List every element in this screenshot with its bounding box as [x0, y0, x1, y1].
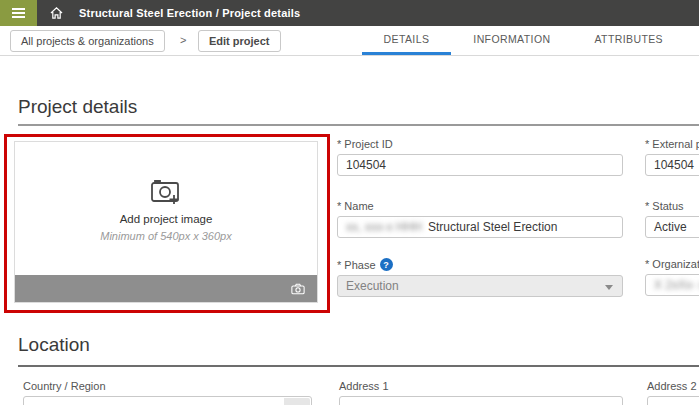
tab-details[interactable]: DETAILS	[362, 26, 452, 55]
all-projects-button[interactable]: All projects & organizations	[10, 30, 165, 52]
country-region-select[interactable]	[23, 396, 312, 405]
select-dropdown-grip	[284, 398, 310, 405]
external-project-id-field: * External proj 104504	[645, 138, 699, 176]
hamburger-menu-button[interactable]	[0, 0, 37, 26]
project-details-heading: Project details	[18, 96, 137, 118]
address2-label: Address 2	[647, 380, 699, 392]
status-label: * Status	[645, 200, 699, 212]
camera-plus-icon	[149, 176, 183, 206]
toolbar: All projects & organizations > Edit proj…	[0, 26, 699, 56]
redacted-name-prefix: xx, xxx-x HHH	[346, 220, 422, 234]
image-minimum-size-hint: Minimum of 540px x 360px	[100, 230, 231, 242]
project-id-input[interactable]: 104504	[337, 154, 623, 176]
address1-input[interactable]	[339, 396, 623, 405]
address2-input[interactable]	[647, 396, 699, 405]
tab-bar: DETAILS INFORMATION ATTRIBUTES	[362, 26, 685, 55]
status-input[interactable]: Active	[645, 216, 699, 238]
tab-attributes[interactable]: ATTRIBUTES	[572, 26, 685, 55]
breadcrumb: Structural Steel Erection / Project deta…	[79, 7, 300, 19]
name-input[interactable]: xx, xxx-x HHH Structural Steel Erection	[337, 216, 623, 238]
app-window: Structural Steel Erection / Project deta…	[0, 0, 699, 405]
image-upload-toolbar	[15, 275, 317, 302]
redacted-organization-value: X 2xXx- xx	[654, 278, 699, 292]
section-divider	[18, 124, 699, 126]
help-icon[interactable]: ?	[380, 258, 393, 271]
phase-select[interactable]: Execution	[337, 275, 623, 297]
address1-field: Address 1	[339, 380, 623, 405]
hamburger-icon	[12, 8, 25, 10]
external-project-id-input[interactable]: 104504	[645, 154, 699, 176]
phase-field: * Phase ? Execution	[337, 258, 623, 297]
camera-icon[interactable]	[291, 283, 305, 295]
address2-field: Address 2	[647, 380, 699, 405]
name-label: * Name	[337, 200, 623, 212]
home-button[interactable]	[41, 0, 71, 26]
country-region-label: Country / Region	[23, 380, 312, 392]
top-bar: Structural Steel Erection / Project deta…	[0, 0, 699, 26]
tab-information[interactable]: INFORMATION	[451, 26, 572, 55]
location-heading: Location	[18, 334, 90, 356]
add-project-image-label: Add project image	[120, 213, 213, 225]
project-id-field: * Project ID 104504	[337, 138, 623, 176]
country-region-field: Country / Region	[23, 380, 312, 405]
phase-label: * Phase ?	[337, 258, 623, 271]
address1-label: Address 1	[339, 380, 623, 392]
chevron-right-separator: >	[180, 34, 186, 46]
project-image-upload-area[interactable]: Add project image Minimum of 540px x 360…	[14, 141, 318, 303]
organization-label: * Organization	[645, 258, 699, 270]
section-divider	[18, 365, 699, 367]
chevron-down-icon	[605, 285, 613, 290]
external-project-id-label: * External proj	[645, 138, 699, 150]
home-icon	[50, 7, 63, 19]
organization-field: * Organization X 2xXx- xx	[645, 258, 699, 296]
organization-input[interactable]: X 2xXx- xx	[645, 274, 699, 296]
project-id-label: * Project ID	[337, 138, 623, 150]
status-field: * Status Active	[645, 200, 699, 238]
edit-project-button[interactable]: Edit project	[198, 30, 281, 52]
name-field: * Name xx, xxx-x HHH Structural Steel Er…	[337, 200, 623, 238]
